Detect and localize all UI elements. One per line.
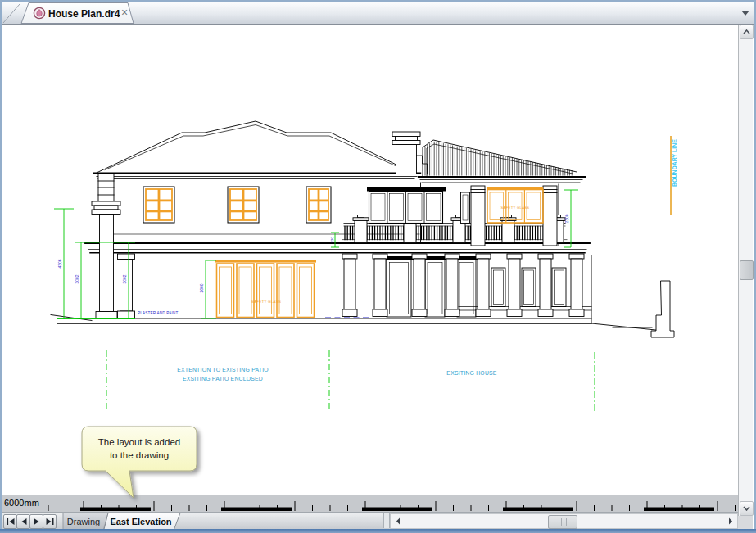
extension-note-line1: EXTENTION TO EXISTING PATIO — [177, 367, 269, 373]
chevron-up-icon — [743, 29, 750, 34]
sheet-tab-east-elevation-label[interactable]: East Elevation — [110, 517, 171, 526]
tab-scrollbar-splitter[interactable] — [383, 513, 390, 528]
scroll-up-button[interactable] — [740, 25, 754, 39]
ground-floor-doors — [387, 260, 476, 317]
callout: The layout is added to the drawing — [79, 423, 210, 505]
vertical-scroll-thumb[interactable] — [740, 260, 754, 280]
close-icon[interactable]: × — [119, 6, 130, 19]
plaster-note: PLASTER AND PAINT — [138, 311, 179, 315]
balcony-balusters — [345, 227, 551, 240]
chevron-right-icon — [728, 517, 733, 525]
last-sheet-button[interactable] — [43, 514, 57, 529]
next-sheet-button[interactable] — [29, 514, 43, 529]
scroll-down-button[interactable] — [740, 501, 754, 516]
vertical-scrollbar[interactable] — [738, 25, 753, 516]
existing-house-note: EXSITING HOUSE — [446, 370, 497, 376]
window-border-bottom — [0, 529, 756, 533]
dim-balcony: 230 — [330, 237, 334, 243]
sheet-tab-drawing-label[interactable]: Drawing — [67, 517, 100, 526]
dim-patio-door: 2600 — [199, 283, 204, 292]
ruler-scale-label: 6000mm — [4, 498, 39, 508]
extension-note-line2: EXSITING PATIO ENCLOSED — [183, 376, 263, 382]
tab-overflow-dropdown-icon[interactable] — [741, 11, 749, 16]
dim-upper-door: 2300 — [564, 214, 569, 223]
previous-icon — [19, 517, 29, 526]
sheet-tab-bar: Drawing East Elevation — [2, 512, 738, 529]
safety-glass-note-upper: SAFETY GLASS — [501, 206, 530, 210]
first-icon — [6, 517, 16, 526]
application-window: House Plan.dr4 × — [0, 0, 756, 533]
next-icon — [32, 517, 42, 526]
last-icon — [45, 517, 55, 526]
gem-file-icon — [33, 7, 46, 20]
upper-windows — [143, 187, 331, 223]
horizontal-scroll-thumb[interactable] — [548, 515, 577, 529]
dim-total-height: 4306 — [57, 259, 62, 268]
previous-sheet-button[interactable] — [16, 514, 30, 529]
chevron-left-icon — [396, 517, 401, 525]
document-tab-title[interactable]: House Plan.dr4 — [48, 8, 120, 20]
dim-storey-b: 3002 — [122, 274, 127, 283]
patio-pilaster — [118, 254, 135, 318]
horizontal-scrollbar[interactable] — [390, 513, 738, 529]
sheet-tabs: Drawing East Elevation — [60, 513, 191, 530]
scroll-left-button[interactable] — [392, 515, 404, 527]
document-tabbar: House Plan.dr4 × — [2, 2, 754, 25]
statusbar-corner — [738, 516, 753, 529]
dim-storey-a: 3002 — [75, 274, 79, 283]
chimney — [392, 132, 420, 174]
safety-glass-note-lower: SAFETY GLASS — [251, 300, 281, 304]
inactive-tab-stub — [3, 4, 20, 23]
callout-text-line2: to the drawing — [110, 450, 169, 460]
boundary-post — [651, 281, 674, 337]
window-border-left — [0, 0, 2, 533]
patio-folding-doors — [217, 264, 315, 318]
scroll-right-button[interactable] — [724, 515, 736, 527]
thumb-grip — [559, 518, 568, 526]
house-linework — [51, 121, 674, 337]
boundary-line-label: BOUNDARY LINE — [672, 139, 677, 187]
window-border-top — [0, 0, 756, 2]
callout-text-line1: The layout is added — [98, 437, 180, 447]
annotation-texts: EXTENTION TO EXISTING PATIO EXSITING PAT… — [177, 367, 497, 382]
first-sheet-button[interactable] — [3, 514, 17, 529]
chevron-down-icon — [743, 506, 750, 511]
ground-floor-windows — [491, 268, 566, 307]
